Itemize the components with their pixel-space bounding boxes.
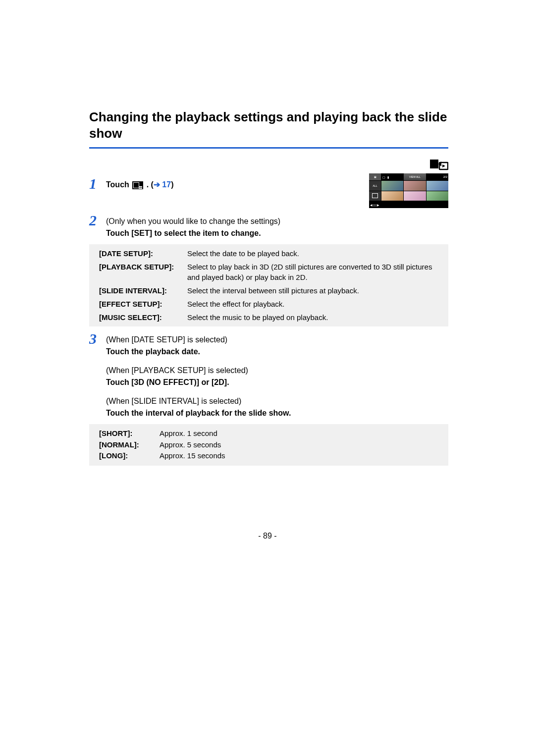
step2-intro: (Only when you would like to change the …: [106, 216, 280, 227]
step3-playback-instruction: Touch [3D (NO EFFECT)] or [2D].: [106, 377, 291, 388]
ss-thumb: [404, 181, 426, 191]
settings-option-table: [DATE SETUP]: Select the date to be play…: [89, 244, 448, 326]
option-row: [MUSIC SELECT]: Select the music to be p…: [99, 312, 442, 323]
ss-all-label: ALL: [369, 181, 381, 191]
option-row: [SLIDE INTERVAL]: Select the interval be…: [99, 285, 442, 296]
step-number: 2: [89, 213, 99, 228]
step3-interval-intro: (When [SLIDE INTERVAL] is selected): [106, 395, 291, 407]
option-row: [PLAYBACK SETUP]: Select to play back in…: [99, 262, 442, 282]
ss-thumb: [381, 181, 403, 191]
step-number: 3: [89, 331, 99, 346]
step1-period: . (: [144, 180, 154, 189]
interval-row: [LONG]: Approx. 15 seconds: [99, 450, 442, 462]
page-number: - 89 -: [0, 532, 535, 540]
step-2: 2 (Only when you would like to change th…: [89, 213, 448, 239]
ss-thumb: [381, 191, 403, 201]
ss-thumb: [404, 191, 426, 201]
interval-desc: Approx. 15 seconds: [160, 450, 225, 462]
step-3: 3 (When [DATE SETUP] is selected) Touch …: [89, 331, 448, 419]
interval-row: [SHORT]: Approx. 1 second: [99, 428, 442, 439]
interval-option-table: [SHORT]: Approx. 1 second [NORMAL]: Appr…: [89, 424, 448, 466]
option-label: [MUSIC SELECT]:: [99, 312, 187, 323]
option-desc: Select the interval between still pictur…: [187, 285, 442, 296]
thumbnail-screen-reference: ▣ ▢▮ VIEW ALL 2/2 ALL ◀|||▶: [369, 173, 448, 208]
step2-instruction: Touch [SET] to select the item to change…: [106, 227, 280, 239]
option-label: [EFFECT SETUP]:: [99, 299, 187, 309]
option-desc: Select the effect for playback.: [187, 299, 442, 309]
option-desc: Select the date to be played back.: [187, 248, 442, 259]
slideshow-icon: [132, 181, 143, 189]
interval-label: [NORMAL]:: [99, 439, 160, 451]
page-heading: Changing the playback settings and playi…: [89, 109, 448, 141]
page-link-17[interactable]: 17: [160, 180, 171, 189]
heading-underline: [89, 147, 448, 149]
ss-page-indicator: 2/2: [427, 173, 448, 180]
link-arrow[interactable]: ➔: [154, 180, 160, 189]
interval-desc: Approx. 1 second: [160, 428, 217, 439]
option-label: [SLIDE INTERVAL]:: [99, 285, 187, 296]
option-desc: Select the music to be played on playbac…: [187, 312, 442, 323]
ss-nav-arrows: ◀|||▶: [369, 201, 381, 208]
step3-interval-instruction: Touch the interval of playback for the s…: [106, 407, 291, 419]
option-label: [DATE SETUP]:: [99, 248, 187, 259]
ss-view-all-button: VIEW ALL: [404, 173, 426, 180]
interval-desc: Approx. 5 seconds: [160, 439, 221, 451]
step1-touch-label: Touch: [106, 180, 131, 189]
ss-top-icons: ▢▮: [381, 173, 403, 180]
interval-label: [LONG]:: [99, 450, 160, 462]
interval-label: [SHORT]:: [99, 428, 160, 439]
interval-row: [NORMAL]: Approx. 5 seconds: [99, 439, 442, 451]
option-row: [EFFECT SETUP]: Select the effect for pl…: [99, 299, 442, 309]
step-number: 1: [89, 176, 99, 191]
step3-playback-intro: (When [PLAYBACK SETUP] is selected): [106, 365, 291, 377]
step3-date-intro: (When [DATE SETUP] is selected): [106, 334, 291, 346]
step1-close: ): [171, 180, 173, 189]
ss-thumb: [427, 191, 448, 201]
ss-picture-icon: ▣: [369, 173, 381, 180]
option-label: [PLAYBACK SETUP]:: [99, 262, 187, 282]
ss-thumb: [427, 181, 448, 191]
option-desc: Select to play back in 3D (2D still pict…: [187, 262, 442, 282]
option-row: [DATE SETUP]: Select the date to be play…: [99, 248, 442, 259]
playback-mode-icon: [428, 158, 448, 174]
ss-slideshow-icon: [369, 191, 381, 201]
step3-date-instruction: Touch the playback date.: [106, 346, 291, 358]
